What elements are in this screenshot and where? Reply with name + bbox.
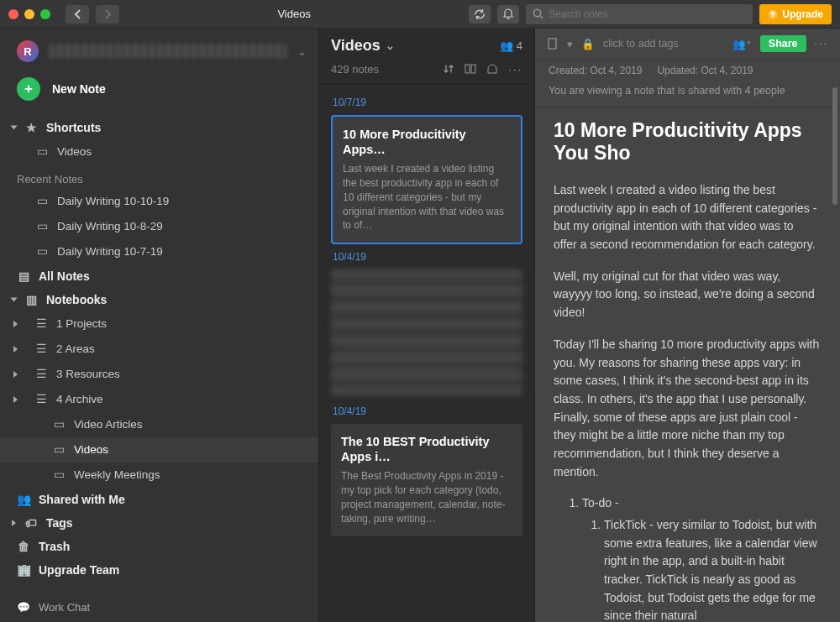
- minimize-window-button[interactable]: [24, 9, 34, 19]
- people-icon: 👥: [17, 493, 30, 506]
- trash[interactable]: 🗑 Trash: [0, 535, 318, 558]
- note-card-preview: Last week I created a video listing the …: [343, 162, 511, 233]
- notebook-icon: ▭: [52, 466, 66, 484]
- work-chat[interactable]: 💬 Work Chat: [0, 592, 318, 622]
- new-note-button[interactable]: + New Note: [0, 71, 318, 114]
- chevron-right-icon: [104, 9, 112, 19]
- notebook-icon: ▥: [24, 293, 38, 306]
- note-card-redacted[interactable]: [331, 269, 522, 395]
- editor-body[interactable]: 10 More Producitivity Apps You Sho Last …: [535, 107, 840, 622]
- trash-icon: 🗑: [17, 540, 30, 553]
- window-controls: [8, 9, 50, 19]
- shortcut-videos[interactable]: ▭ Videos: [0, 139, 318, 165]
- share-button[interactable]: Share: [760, 35, 806, 52]
- plus-icon: +: [17, 77, 40, 101]
- chevron-down-icon: ▾: [567, 38, 573, 50]
- note-stack-icon: ▤: [17, 269, 30, 283]
- tag-icon: 🏷: [24, 516, 38, 530]
- sort-button[interactable]: [443, 63, 454, 76]
- close-window-button[interactable]: [8, 9, 18, 19]
- notebook-1-projects[interactable]: ☰ 1 Projects: [0, 311, 318, 337]
- stack-icon: ☰: [34, 390, 48, 409]
- shortcuts-header[interactable]: ★ Shortcuts: [0, 116, 318, 139]
- notebooks-header[interactable]: ▥ Notebooks: [0, 288, 318, 311]
- star-icon: ★: [24, 121, 38, 134]
- sync-icon: [474, 8, 486, 20]
- maximize-window-button[interactable]: [40, 9, 50, 19]
- forward-button[interactable]: [96, 5, 119, 24]
- notebook-4-archive[interactable]: ☰ 4 Archive: [0, 387, 318, 412]
- notebook-3-resources[interactable]: ☰ 3 Resources: [0, 362, 318, 387]
- note-card[interactable]: The 10 BEST Productivity Apps i… The Bes…: [331, 424, 522, 536]
- list-item[interactable]: To-do - TickTick - very similar to Todoi…: [582, 494, 820, 622]
- notebook-video-articles[interactable]: ▭ Video Articles: [0, 412, 318, 437]
- upgrade-label: Upgrade: [782, 8, 823, 20]
- note-title[interactable]: 10 More Producitivity Apps You Sho: [554, 119, 820, 165]
- svg-rect-2: [465, 65, 470, 73]
- account-row[interactable]: R ⌄: [0, 29, 318, 71]
- list-item[interactable]: TickTick - very similar to Todoist, but …: [604, 516, 820, 622]
- tags-header[interactable]: 🏷 Tags: [0, 511, 318, 535]
- search-bar[interactable]: [526, 4, 753, 24]
- search-input[interactable]: [549, 8, 746, 20]
- note-card-preview: The Best Productivity Apps in 2019 - my …: [341, 469, 512, 525]
- note-card-selected[interactable]: 10 More Producitivity Apps… Last week I …: [331, 115, 522, 244]
- notelist-scroll[interactable]: 10/7/19 10 More Producitivity Apps… Last…: [319, 85, 534, 622]
- notebook-picker[interactable]: [547, 38, 559, 50]
- notebook-weekly-meetings[interactable]: ▭ Weekly Meetings: [0, 463, 318, 488]
- recent-note-2[interactable]: ▭ Daily Writing 10-7-19: [0, 239, 318, 264]
- note-dates: Created: Oct 4, 2019 Updated: Oct 4, 201…: [535, 60, 840, 80]
- view-toggle-button[interactable]: [465, 63, 476, 76]
- notebook-2-areas[interactable]: ☰ 2 Areas: [0, 337, 318, 362]
- disclosure-triangle-icon: [13, 321, 18, 327]
- share-people-button[interactable]: 👥⁺: [732, 38, 752, 50]
- lock-icon[interactable]: 🔒: [581, 38, 595, 50]
- scrollbar-thumb[interactable]: [832, 87, 837, 205]
- stack-icon: ☰: [34, 365, 48, 384]
- chevron-down-icon: ⌄: [386, 39, 395, 52]
- recent-note-1[interactable]: ▭ Daily Writing 10-8-29: [0, 214, 318, 239]
- shared-with-me[interactable]: 👥 Shared with Me: [0, 488, 318, 511]
- note-paragraph[interactable]: Today I'll be sharing 10 more productivi…: [554, 336, 820, 482]
- svg-rect-4: [549, 39, 556, 49]
- upgrade-team[interactable]: 🏢 Upgrade Team: [0, 558, 318, 582]
- recent-note-0[interactable]: ▭ Daily Writing 10-10-19: [0, 189, 318, 214]
- more-button[interactable]: ···: [815, 38, 828, 50]
- date-label: 10/7/19: [333, 97, 521, 108]
- note-card-title: The 10 BEST Productivity Apps i…: [341, 434, 512, 464]
- date-label: 10/4/19: [333, 251, 521, 263]
- chat-icon: 💬: [17, 601, 30, 614]
- disclosure-triangle-icon: [13, 396, 18, 403]
- tag-input[interactable]: click to add tags: [603, 38, 724, 50]
- disclosure-triangle-icon: [13, 346, 18, 353]
- note-icon: ▭: [35, 143, 49, 161]
- account-name-redacted: [49, 44, 287, 59]
- disclosure-triangle-icon: [11, 126, 18, 130]
- all-notes[interactable]: ▤ All Notes: [0, 264, 318, 288]
- note-icon: ▭: [35, 243, 49, 261]
- disclosure-triangle-icon: [12, 520, 16, 526]
- notebook-videos[interactable]: ▭ Videos: [0, 437, 318, 463]
- sync-button[interactable]: [469, 5, 491, 24]
- arrow-up-circle-icon: [768, 9, 778, 19]
- more-button[interactable]: ···: [508, 63, 522, 76]
- svg-rect-3: [471, 65, 475, 73]
- chevron-down-icon: ⌄: [297, 45, 307, 58]
- filter-icon: [486, 63, 498, 75]
- upgrade-button[interactable]: Upgrade: [759, 4, 832, 24]
- note-paragraph[interactable]: Last week I created a video listing the …: [554, 181, 820, 254]
- avatar: R: [17, 40, 39, 62]
- note-icon: ▭: [35, 217, 49, 236]
- shared-count[interactable]: 👥 4: [500, 39, 522, 52]
- filter-button[interactable]: [486, 63, 498, 76]
- back-button[interactable]: [66, 5, 89, 24]
- people-icon: 👥: [500, 39, 513, 52]
- note-paragraph[interactable]: Well, my original cut for that video was…: [554, 268, 820, 322]
- notelist-title[interactable]: Videos ⌄: [331, 37, 395, 55]
- note-card-title: 10 More Producitivity Apps…: [343, 127, 511, 157]
- svg-point-0: [534, 9, 541, 16]
- notifications-button[interactable]: [497, 5, 519, 24]
- building-icon: 🏢: [17, 563, 30, 577]
- notebook-icon: ▭: [52, 416, 66, 434]
- sort-icon: [443, 63, 454, 75]
